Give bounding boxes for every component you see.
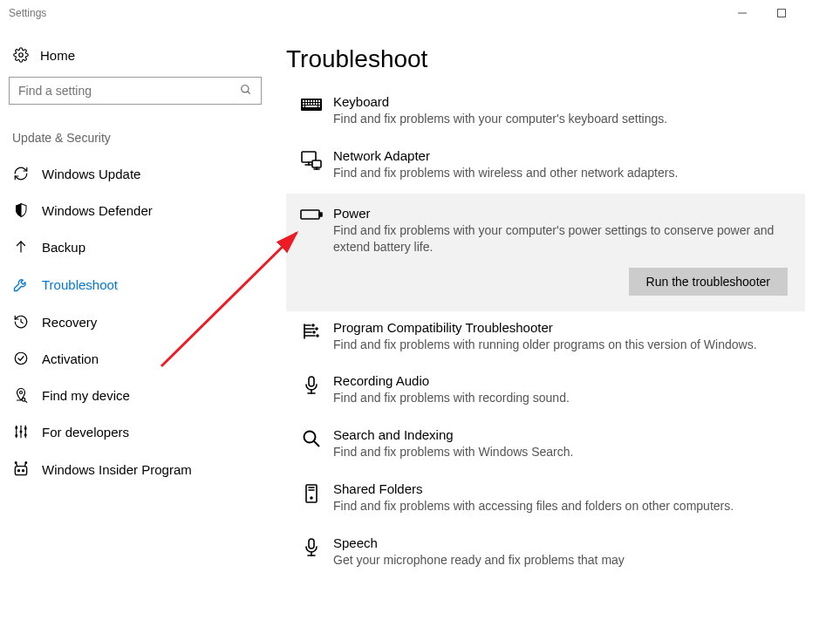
- insider-icon: [12, 460, 30, 478]
- svg-point-15: [16, 435, 17, 437]
- network-icon: [298, 148, 324, 181]
- svg-point-14: [16, 427, 17, 429]
- troubleshoot-item-desc: Find and fix problems with accessing fil…: [333, 498, 793, 515]
- svg-point-23: [23, 470, 24, 472]
- sidebar-item-troubleshoot[interactable]: Troubleshoot: [9, 265, 262, 303]
- svg-rect-35: [318, 100, 320, 102]
- svg-rect-41: [316, 103, 318, 105]
- main-content: Troubleshoot KeyboardFind and fix proble…: [270, 26, 840, 627]
- search-input[interactable]: [9, 77, 262, 105]
- svg-point-59: [312, 324, 314, 326]
- sidebar-item-recovery[interactable]: Recovery: [9, 303, 262, 340]
- compatibility-icon: [298, 320, 324, 353]
- troubleshoot-item-power[interactable]: PowerFind and fix problems with your com…: [286, 194, 805, 311]
- developers-icon: [12, 424, 30, 440]
- battery-icon: [298, 206, 324, 296]
- svg-point-60: [316, 328, 318, 330]
- svg-point-17: [20, 431, 22, 433]
- svg-rect-37: [305, 103, 307, 105]
- sidebar-item-for-developers[interactable]: For developers: [9, 413, 262, 450]
- svg-rect-52: [301, 210, 319, 219]
- troubleshoot-item-desc: Get your microphone ready and fix proble…: [333, 552, 793, 569]
- svg-point-10: [20, 392, 23, 394]
- sidebar: Home Update & Security Windows UpdateWin…: [0, 26, 270, 627]
- sidebar-item-label: Troubleshoot: [42, 277, 118, 292]
- wrench-icon: [12, 276, 30, 293]
- microphone-icon: [298, 535, 324, 569]
- window-controls: [722, 0, 840, 26]
- microphone-icon: [298, 373, 324, 406]
- titlebar: Settings: [0, 0, 840, 26]
- sidebar-item-label: Find my device: [42, 388, 130, 403]
- sidebar-item-windows-defender[interactable]: Windows Defender: [9, 192, 262, 228]
- svg-point-22: [18, 470, 20, 472]
- sidebar-item-activation[interactable]: Activation: [9, 340, 262, 377]
- svg-rect-53: [319, 213, 322, 216]
- troubleshoot-item-desc: Find and fix problems with your computer…: [333, 222, 793, 256]
- minimize-button[interactable]: [722, 0, 761, 26]
- troubleshoot-item-desc: Find and fix problems with your computer…: [333, 111, 793, 127]
- svg-point-71: [311, 497, 312, 499]
- maximize-button[interactable]: [761, 0, 801, 26]
- svg-rect-36: [303, 103, 304, 105]
- troubleshoot-item-program-compatibility-troubleshooter[interactable]: Program Compatibility TroubleshooterFind…: [286, 311, 805, 365]
- home-button[interactable]: Home: [9, 38, 262, 77]
- svg-line-6: [248, 91, 250, 93]
- svg-point-66: [304, 432, 316, 443]
- troubleshoot-item-title: Power: [333, 206, 793, 221]
- sidebar-item-windows-update[interactable]: Windows Update: [9, 155, 262, 192]
- tower-icon: [298, 481, 324, 515]
- section-header: Update & Security: [9, 129, 262, 155]
- gear-icon: [12, 47, 30, 63]
- search-icon: [298, 427, 324, 460]
- sidebar-item-find-my-device[interactable]: Find my device: [9, 377, 262, 413]
- troubleshoot-item-title: Search and Indexing: [333, 427, 793, 442]
- troubleshoot-item-keyboard[interactable]: KeyboardFind and fix problems with your …: [286, 85, 805, 140]
- svg-rect-31: [308, 100, 310, 102]
- svg-rect-32: [311, 100, 312, 102]
- svg-rect-40: [313, 103, 315, 105]
- search-field[interactable]: [18, 84, 240, 98]
- troubleshoot-item-title: Recording Audio: [333, 373, 793, 388]
- svg-point-19: [24, 427, 26, 429]
- svg-rect-34: [316, 100, 318, 102]
- svg-rect-42: [318, 103, 320, 105]
- svg-rect-49: [312, 160, 321, 167]
- svg-point-20: [24, 434, 26, 436]
- check-circle-icon: [12, 351, 30, 366]
- sidebar-item-backup[interactable]: Backup: [9, 228, 262, 265]
- svg-rect-43: [303, 106, 304, 107]
- svg-rect-1: [777, 10, 785, 17]
- keyboard-icon: [298, 94, 324, 127]
- run-troubleshooter-button[interactable]: Run the troubleshooter: [629, 268, 788, 296]
- sidebar-item-label: Windows Insider Program: [42, 462, 192, 477]
- recovery-icon: [12, 314, 30, 330]
- backup-icon: [12, 239, 30, 255]
- troubleshoot-item-search-and-indexing[interactable]: Search and IndexingFind and fix problems…: [286, 419, 805, 473]
- sidebar-item-windows-insider-program[interactable]: Windows Insider Program: [9, 450, 262, 488]
- svg-point-61: [313, 331, 315, 333]
- troubleshoot-item-title: Program Compatibility Troubleshooter: [333, 320, 793, 335]
- troubleshoot-item-desc: Find and fix problems with recording sou…: [333, 390, 793, 406]
- troubleshoot-item-desc: Find and fix problems with running older…: [333, 337, 793, 353]
- shield-icon: [12, 202, 30, 218]
- sidebar-item-label: Windows Update: [42, 167, 140, 181]
- refresh-icon: [12, 166, 30, 181]
- search-icon: [240, 84, 252, 99]
- troubleshoot-item-network-adapter[interactable]: Network AdapterFind and fix problems wit…: [286, 140, 805, 194]
- svg-rect-44: [305, 106, 318, 107]
- location-icon: [12, 387, 30, 403]
- svg-point-5: [242, 85, 249, 92]
- svg-rect-38: [308, 103, 310, 105]
- troubleshoot-item-title: Speech: [333, 535, 793, 550]
- sidebar-item-label: Backup: [42, 240, 85, 255]
- svg-rect-45: [318, 106, 320, 107]
- page-title: Troubleshoot: [286, 45, 805, 73]
- troubleshoot-item-recording-audio[interactable]: Recording AudioFind and fix problems wit…: [286, 365, 805, 419]
- svg-rect-21: [15, 467, 26, 475]
- troubleshoot-item-speech[interactable]: SpeechGet your microphone ready and fix …: [286, 527, 805, 581]
- svg-point-4: [19, 53, 24, 58]
- svg-point-9: [15, 352, 27, 365]
- svg-rect-72: [309, 539, 314, 549]
- troubleshoot-item-shared-folders[interactable]: Shared FoldersFind and fix problems with…: [286, 473, 805, 527]
